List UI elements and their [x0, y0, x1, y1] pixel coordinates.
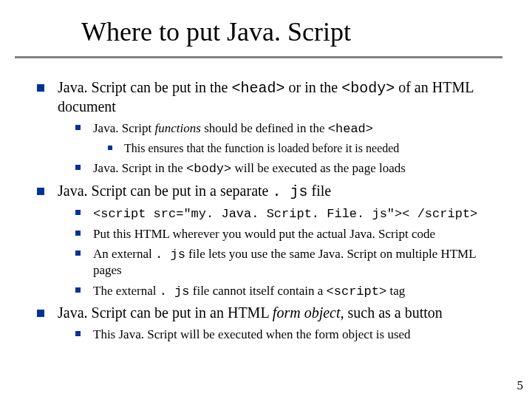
bullet-2-1: <script src="my. Java. Script. File. js"… — [75, 205, 502, 222]
bullet-list: Java. Script can be put in the <head> or… — [37, 78, 502, 342]
slide: Where to put Java. Script Java. Script c… — [0, 0, 532, 399]
emph-form-object: form object, — [273, 304, 344, 321]
bullet-2-3: An external . js file lets you use the s… — [75, 246, 502, 279]
text: Java. Script in the — [93, 161, 186, 175]
sublist: <script src="my. Java. Script. File. js"… — [58, 205, 502, 299]
title-underline — [15, 56, 502, 58]
bullet-3-1: This Java. Script will be executed when … — [75, 327, 502, 342]
bullet-2-2: Put this HTML wherever you would put the… — [75, 226, 502, 242]
subsublist: This ensures that the function is loaded… — [93, 141, 502, 156]
code-head: <head> — [232, 80, 285, 97]
content: Java. Script can be put in the <head> or… — [37, 74, 502, 347]
text: should be defined in the — [201, 121, 328, 135]
bullet-2: Java. Script can be put in a separate . … — [37, 182, 502, 299]
code-script-tag: <script src="my. Java. Script. File. js"… — [93, 207, 477, 221]
code-js: . js — [272, 183, 307, 200]
code-head: <head> — [328, 122, 373, 136]
text: This Java. Script will be executed when … — [93, 327, 411, 341]
text: Put this HTML wherever you would put the… — [93, 227, 435, 241]
text: tag — [386, 284, 405, 298]
code-body: <body> — [186, 162, 231, 176]
code-js: . js — [160, 284, 190, 299]
text: such as a button — [344, 304, 443, 321]
text: Java. Script — [93, 121, 155, 135]
text: The external — [93, 284, 160, 298]
text: Java. Script can be put in an HTML — [58, 304, 273, 321]
slide-title: Where to put Java. Script — [81, 17, 351, 47]
text: will be executed as the page loads — [231, 161, 406, 175]
text: file cannot itself contain a — [190, 284, 327, 298]
bullet-1-2: Java. Script in the <body> will be execu… — [75, 160, 502, 177]
text: file — [307, 183, 331, 199]
text: or in the — [285, 79, 342, 95]
title-wrap: Where to put Java. Script — [81, 16, 351, 47]
code-js: . js — [155, 248, 185, 262]
page-number: 5 — [517, 378, 524, 393]
text: Java. Script can be put in a separate — [58, 183, 272, 199]
sublist: This Java. Script will be executed when … — [58, 327, 502, 342]
sublist: Java. Script functions should be defined… — [58, 120, 502, 177]
bullet-1: Java. Script can be put in the <head> or… — [37, 78, 502, 177]
code-body: <body> — [341, 80, 395, 97]
bullet-2-4: The external . js file cannot itself con… — [75, 283, 502, 299]
bullet-3: Java. Script can be put in an HTML form … — [37, 304, 502, 342]
emph-functions: functions — [155, 121, 201, 135]
text: Java. Script can be put in the — [58, 79, 232, 95]
text: An external — [93, 247, 155, 261]
bullet-1-1: Java. Script functions should be defined… — [75, 120, 502, 156]
bullet-1-1-1: This ensures that the function is loaded… — [108, 141, 502, 156]
code-script: <script> — [327, 284, 387, 299]
text: This ensures that the function is loaded… — [124, 142, 399, 154]
